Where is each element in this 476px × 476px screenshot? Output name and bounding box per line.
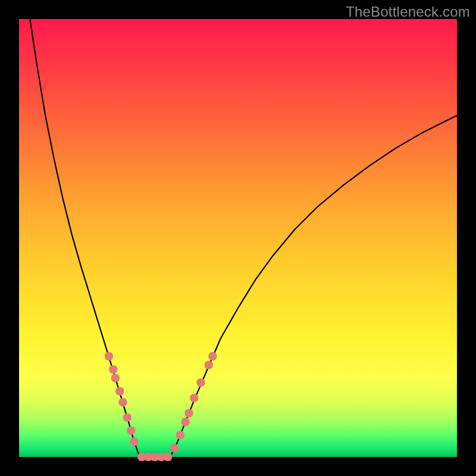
curve-marker: [205, 361, 213, 369]
watermark-text: TheBottleneck.com: [346, 4, 470, 20]
curve-marker: [130, 437, 139, 446]
curve-marker: [190, 394, 198, 402]
curve-marker: [109, 365, 117, 374]
curve-marker: [127, 427, 135, 435]
curve-marker: [118, 398, 127, 406]
curve-marker: [111, 374, 120, 383]
chart-frame: TheBottleneck.com: [0, 0, 476, 476]
curve-marker: [170, 444, 178, 452]
curve-right-branch: [170, 115, 457, 457]
curve-marker: [208, 352, 217, 361]
curve-markers: [105, 352, 217, 461]
curve-marker: [185, 409, 193, 417]
curve-marker: [181, 418, 190, 426]
curve-marker: [164, 453, 172, 461]
curve-marker: [115, 387, 124, 396]
plot-area: [19, 19, 457, 457]
curve-marker: [105, 352, 113, 361]
curve-marker: [196, 378, 205, 387]
curve-layer: [19, 19, 457, 457]
curve-marker: [176, 431, 184, 439]
curve-marker: [123, 414, 131, 422]
